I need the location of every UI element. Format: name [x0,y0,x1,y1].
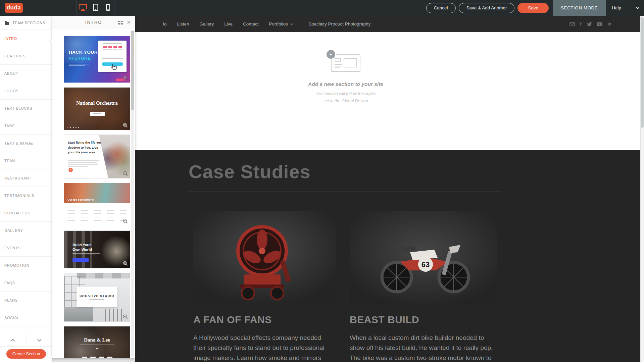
site-navigation-bar: io Listen Gallery Live Contact Portfolio… [135,16,640,32]
mobile-view-button[interactable] [102,0,114,16]
signup-button [102,62,123,66]
sidebar-item-contact-us[interactable]: CONTACT US [0,204,52,222]
nav-item-gallery[interactable]: Gallery [200,21,214,27]
intro-sections-panel: INTRO ✕ HACK YOUR #FUTURE National [52,16,135,358]
plus-badge: + [68,168,73,172]
section-thumbnail-top-destinations[interactable]: Our top destinations [64,183,130,226]
sidebar-item-label: FEATURES [4,54,26,58]
section-thumbnail-build-your-own-world[interactable]: Build Your Own World [64,230,130,268]
help-label: Help [612,5,621,10]
sidebar-item-team[interactable]: TEAM [0,152,52,169]
section-thumbnail-national-orchestra[interactable]: National Orchestra [64,87,130,130]
sidebar-item-testimonials[interactable]: TESTIMONIALS [0,187,52,204]
nav-item-specialty-product-photography[interactable]: Specialty Product Photography [308,21,370,27]
thumbnail-headline: HACK YOUR [69,50,98,55]
panel-scrollbar-thumb[interactable] [131,31,134,110]
youtube-icon[interactable] [597,22,602,26]
nav-item-portfolios[interactable]: Portfolios [269,21,293,27]
case-studies-section: Case Studies [135,150,640,362]
create-section-button[interactable]: Create Section [6,349,46,359]
sidebar-item-label: RESTAURANT [4,176,32,180]
section-thumbnail-creative-studio[interactable]: CREATIVE STUDIO [64,273,130,322]
sidebar-item-label: ABOUT [4,71,18,75]
thumbnail-button [90,112,105,116]
zoom-preview-icon[interactable] [122,75,128,81]
sidebar-item-intro[interactable]: INTRO [0,30,52,47]
sidebar-item-text-blocks[interactable]: TEXT BLOCKS [0,100,52,117]
divider [189,192,501,192]
sidebar-item-gallery[interactable]: GALLERY [0,222,52,239]
sidebar-item-faqs[interactable]: FAQS [0,274,52,292]
sidebar-item-logos[interactable]: LOGOS [0,82,52,100]
save-and-add-another-button[interactable]: Save & Add Another [459,3,515,13]
zoom-preview-icon[interactable] [122,218,128,224]
sidebar-item-promotion[interactable]: PROMOTION [0,257,52,274]
section-thumbnail-start-living[interactable]: Start living the life you deserve to liv… [64,135,130,178]
sidebar-item-social[interactable]: SOCIAL [0,309,52,326]
window-scrollbar-thumb[interactable] [641,17,644,128]
grid-view-icon[interactable] [118,20,123,26]
thumbnail-headline: Dana & Lee [64,337,130,343]
sidebar-item-restaurant[interactable]: RESTAURANT [0,169,52,187]
add-section-subtitle-line: set in the Global Design [324,99,368,103]
sidebar-item-label: EVENTS [4,246,20,250]
sidebar-item-text-and-image[interactable]: TEXT & IMAGE [0,135,52,152]
site-preview-canvas: io Listen Gallery Live Contact Portfolio… [135,16,640,362]
nav-item-studio[interactable]: io [163,21,167,27]
thumbnail-headline: National Orchestra [64,100,130,106]
close-icon[interactable]: ✕ [127,19,131,26]
cancel-button[interactable]: Cancel [426,3,456,13]
twitter-icon[interactable] [586,22,592,26]
sidebar-item-label: PROMOTION [4,263,29,267]
linkedin-icon[interactable]: in [607,21,611,27]
sidebar-item-label: LOGOS [4,89,19,93]
countdown-card [98,41,127,72]
sidebar-item-label: TEXT BLOCKS [4,106,32,110]
zoom-preview-icon[interactable] [122,122,128,128]
thumbnail-headline: Our top destinations [67,198,94,201]
mobile-icon [106,4,110,12]
thumbnail-art [105,309,125,321]
chevron-down-icon [290,23,293,25]
nav-item-listen[interactable]: Listen [177,21,189,27]
sidebar-item-label: TEXT & IMAGE [4,141,33,145]
desktop-view-button[interactable] [76,0,89,16]
thumbnail-headline: Start living the life you deserve to liv… [68,140,104,155]
duda-logo[interactable]: duda [5,3,23,13]
sidebar-item-about[interactable]: ABOUT [0,65,52,82]
section-thumbnail-hack-your-future[interactable]: HACK YOUR #FUTURE [64,36,130,83]
thumbnail-headline: #FUTURE [69,56,91,61]
add-section-subtitle: This section will follow the styles set … [279,90,412,105]
sidebar-item-features[interactable]: FEATURES [0,47,52,65]
scroll-up-button[interactable] [0,334,27,346]
help-menu[interactable]: Help [606,5,644,10]
zoom-preview-icon[interactable] [122,314,128,320]
case-study-heading: BEAST BUILD [350,314,497,325]
nav-item-live[interactable]: Live [224,21,233,27]
scroll-down-button[interactable] [27,334,53,346]
chevron-down-icon [636,7,639,9]
desktop-icon [79,4,87,12]
thumbnail-headline: Build Your [72,243,91,247]
panel-thumbnail-list: HACK YOUR #FUTURE National Orchestra [52,29,135,358]
nav-item-contact[interactable]: Contact [243,21,259,27]
section-mode-badge: SECTION MODE [553,0,606,16]
sidebar-item-events[interactable]: EVENTS [0,239,52,257]
facebook-icon[interactable]: f [580,21,581,27]
add-section-drop-zone[interactable]: + Add a new section to your site This se… [135,32,640,150]
tablet-icon [93,4,98,12]
tablet-view-button[interactable] [89,0,102,16]
email-icon[interactable] [569,22,575,26]
section-thumbnail-dana-and-lee[interactable]: Dana & Lee ♥ [64,326,130,358]
sidebar-item-label: TABS [4,124,15,128]
fan-machine-image [193,211,336,305]
save-button[interactable]: Save [517,3,549,13]
window-scrollbar-track[interactable] [640,16,644,362]
sidebar-item-tabs[interactable]: TABS [0,117,52,135]
zoom-preview-icon[interactable] [122,261,128,266]
thumbnail-button [72,258,89,262]
nav-item-label: Portfolios [269,21,288,27]
zoom-preview-icon[interactable] [122,171,128,176]
sidebar-item-plans[interactable]: PLANS [0,292,52,309]
sidebar-header: TEAM SECTIONS [0,16,52,30]
